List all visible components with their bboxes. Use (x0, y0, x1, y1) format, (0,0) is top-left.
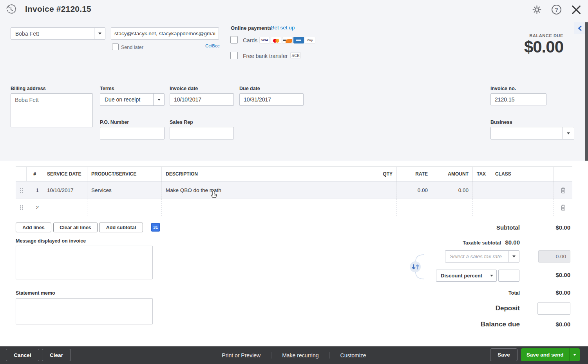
invoice-no-field[interactable] (490, 93, 546, 105)
history-icon[interactable] (5, 4, 16, 16)
bank-transfer-checkbox[interactable] (230, 52, 238, 59)
delete-row-icon[interactable] (554, 199, 572, 216)
footer-bar: Cancel Clear Print or Preview Make recur… (0, 346, 588, 364)
cell-product-service[interactable] (87, 199, 162, 216)
taxable-subtotal-label: Taxable subtotal (463, 240, 501, 246)
chevron-down-icon[interactable] (94, 28, 105, 39)
make-recurring-link[interactable]: Make recurring (271, 352, 329, 359)
sales-tax-select[interactable]: Select a sales tax rate (445, 250, 519, 263)
cards-label: Cards (243, 37, 257, 43)
balance-due-value: $0.00 (492, 321, 570, 328)
chevron-down-icon[interactable] (153, 94, 164, 105)
cell-tax[interactable] (473, 181, 491, 199)
cell-description[interactable]: Make QBO do the math (162, 181, 361, 199)
footer-links: Print or Preview Make recurring Customiz… (211, 346, 376, 364)
cc-bcc-link[interactable]: Cc/Bcc (205, 43, 219, 48)
balance-due-amount: $0.00 (449, 38, 563, 56)
get-set-up-link[interactable]: Get set up (270, 25, 295, 31)
delete-row-icon[interactable] (554, 181, 572, 199)
billing-address-field[interactable] (11, 93, 93, 127)
col-service-date: SERVICE DATE (43, 167, 87, 181)
cell-tax[interactable] (473, 199, 491, 216)
save-and-send-label[interactable]: Save and send (521, 348, 569, 361)
mastercard-icon (271, 37, 281, 43)
statement-memo-field[interactable] (16, 298, 153, 324)
invoice-message-label: Message displayed on invoice (16, 238, 86, 244)
business-select[interactable] (490, 127, 574, 139)
col-class: CLASS (491, 167, 554, 181)
cell-class[interactable] (491, 199, 554, 216)
sales-rep-label: Sales Rep (170, 120, 193, 125)
line-items-table: # SERVICE DATE PRODUCT/SERVICE DESCRIPTI… (16, 167, 572, 216)
clear-all-lines-button[interactable]: Clear all lines (53, 223, 98, 232)
sales-rep-field[interactable] (170, 127, 234, 139)
due-date-field[interactable] (239, 93, 304, 106)
cell-qty[interactable] (361, 199, 397, 216)
business-label: Business (490, 120, 512, 125)
online-payments-title: Online payments (231, 25, 272, 31)
cell-service-date[interactable]: 10/10/2017 (43, 181, 87, 199)
save-button[interactable]: Save (490, 348, 517, 361)
cell-number: 2 (27, 199, 43, 216)
page-title: Invoice #2120.15 (25, 4, 91, 14)
invoice-window: Invoice #2120.15 ? Boba Fett Cc/Bcc Send… (0, 0, 588, 364)
chevron-left-icon (577, 25, 583, 31)
cell-amount[interactable] (432, 199, 473, 216)
customer-select[interactable]: Boba Fett (11, 27, 105, 40)
statement-memo-label: Statement memo (16, 290, 55, 296)
invoice-message-field[interactable] (16, 246, 153, 279)
print-preview-link[interactable]: Print or Preview (211, 352, 271, 359)
cell-qty[interactable] (361, 181, 397, 199)
clear-button[interactable]: Clear (42, 349, 71, 361)
drag-handle-icon[interactable] (16, 181, 27, 199)
cell-class[interactable] (491, 181, 554, 199)
deposit-label: Deposit (441, 304, 520, 312)
discount-type-select[interactable]: Discount percent (436, 270, 497, 282)
send-later-label: Send later (121, 45, 143, 50)
terms-select[interactable]: Due on receipt (100, 93, 165, 106)
customize-link[interactable]: Customize (330, 352, 377, 359)
chevron-down-icon[interactable] (563, 127, 574, 139)
billing-address-label: Billing address (11, 86, 46, 91)
subtotal-amount: $0.00 (492, 224, 570, 231)
add-subtotal-button[interactable]: Add subtotal (99, 223, 143, 232)
cell-service-date[interactable] (43, 199, 87, 216)
close-icon[interactable] (570, 4, 582, 17)
calendar-icon[interactable]: 31 (151, 223, 160, 232)
apple-pay-icon: Pay (305, 37, 315, 43)
chevron-down-icon[interactable] (508, 251, 519, 262)
save-and-send-button[interactable]: Save and send (521, 348, 580, 361)
send-later-checkbox[interactable] (112, 43, 119, 50)
add-lines-button[interactable]: Add lines (16, 223, 51, 232)
col-product-service: PRODUCT/SERVICE (87, 167, 162, 181)
total-amount: $0.00 (492, 289, 570, 296)
deposit-field[interactable] (537, 302, 570, 315)
gear-icon[interactable] (532, 5, 542, 16)
cell-rate[interactable] (397, 199, 432, 216)
cards-checkbox[interactable] (230, 36, 238, 43)
cell-amount[interactable]: 0.00 (432, 181, 473, 199)
business-value (491, 127, 563, 139)
taxable-subtotal-amount: $0.00 (505, 239, 520, 246)
drag-handle-icon[interactable] (16, 199, 27, 216)
po-number-field[interactable] (100, 127, 165, 139)
cursor-pointer-icon (210, 190, 219, 201)
invoice-no-label: Invoice no. (490, 86, 516, 91)
col-number: # (27, 167, 43, 181)
sales-tax-placeholder: Select a sales tax rate (445, 251, 508, 262)
col-rate: RATE (397, 167, 432, 181)
col-qty: QTY (361, 167, 397, 181)
email-field[interactable] (111, 27, 219, 40)
invoice-date-field[interactable] (170, 93, 234, 106)
discover-icon (282, 37, 293, 43)
table-header-row: # SERVICE DATE PRODUCT/SERVICE DESCRIPTI… (16, 167, 572, 181)
cell-description[interactable] (162, 199, 361, 216)
save-options-dropdown[interactable] (569, 348, 580, 361)
discount-type-value: Discount percent (436, 270, 487, 281)
help-icon[interactable]: ? (552, 5, 561, 14)
cell-rate[interactable]: 0.00 (397, 181, 432, 199)
collapse-panel-button[interactable] (574, 22, 585, 34)
cancel-button[interactable]: Cancel (6, 349, 39, 361)
cell-product-service[interactable]: Services (87, 181, 162, 199)
swap-tax-discount-icon[interactable] (408, 253, 426, 283)
